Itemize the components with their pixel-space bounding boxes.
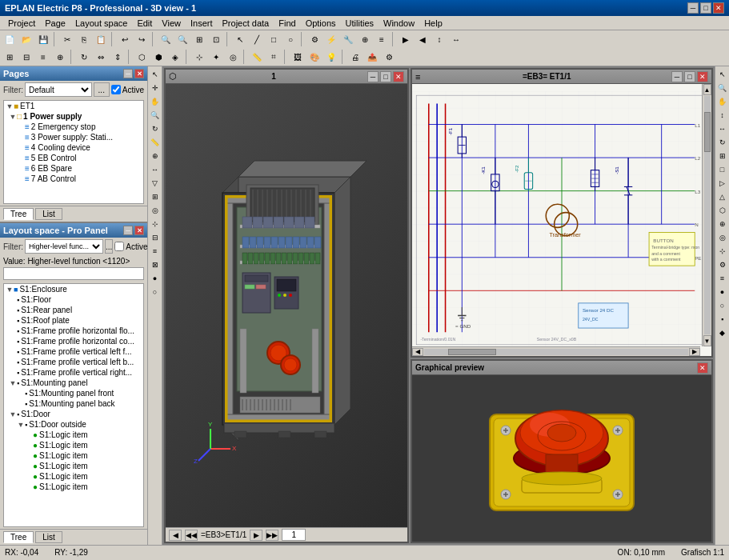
tb-zoom-out[interactable]: 🔍 (174, 32, 190, 46)
layout-item-logic3[interactable]: ● S1:Logic item (4, 450, 143, 461)
lst-measure[interactable]: 📏 (149, 136, 162, 149)
lst-crosshair[interactable]: ✛ (149, 82, 162, 94)
rst-iso[interactable]: ⬡ (716, 204, 729, 217)
mp-toggle[interactable]: ▼ (9, 379, 17, 387)
schematic-canvas[interactable]: Transformer (412, 84, 711, 356)
tb2-material[interactable]: 🎨 (306, 50, 322, 64)
schematic-vscroll-thumb[interactable] (704, 112, 711, 152)
tb-part2[interactable]: ⚡ (323, 32, 339, 46)
tb2-flip-v[interactable]: ⇕ (110, 50, 126, 64)
tree-item-power-station[interactable]: ≡ 3 Power supply: Stati... (4, 132, 143, 142)
layout-item-door-outside[interactable]: ▼ ▪ S1:Door outside (4, 419, 143, 430)
layout-tab-list[interactable]: List (35, 531, 62, 543)
schematic-scroll-down[interactable]: ▼ (703, 335, 711, 346)
page-last-btn[interactable]: ▶▶ (266, 530, 278, 541)
lst-snap[interactable]: ⊹ (149, 218, 162, 230)
tb-save[interactable]: 💾 (35, 32, 51, 46)
rst-rotate-y[interactable]: ↔ (716, 122, 729, 135)
tb2-snap3[interactable]: ◎ (225, 50, 241, 64)
menu-page[interactable]: Page (40, 18, 70, 29)
rst-extra2[interactable]: ● (716, 286, 729, 298)
view-3d-maximize[interactable]: □ (380, 71, 391, 82)
layout-minimize-btn[interactable]: ─ (123, 226, 133, 235)
tree-item-ab-control[interactable]: ≡ 7 AB Control (4, 174, 143, 184)
menu-edit[interactable]: Edit (132, 18, 157, 29)
layout-item-logic5[interactable]: ● S1:Logic item (4, 471, 143, 482)
tb-copy[interactable]: ⎘ (76, 32, 92, 46)
rst-extra5[interactable]: ◆ (716, 326, 729, 339)
power-supply-toggle[interactable]: ▼ (9, 113, 17, 121)
tb2-3d-view2[interactable]: ⬢ (150, 50, 166, 64)
schematic-scroll-right[interactable]: ▶ (689, 348, 700, 356)
layout-tab-tree[interactable]: Tree (3, 531, 34, 543)
layout-active-checkbox[interactable] (114, 242, 124, 251)
layout-item-mp-back[interactable]: ▪ S1:Mounting panel back (4, 398, 143, 409)
lst-extra2[interactable]: ≡ (149, 245, 162, 258)
tb2-3d-view3[interactable]: ◈ (167, 50, 183, 64)
layout-item-logic1[interactable]: ● S1:Logic item (4, 430, 143, 440)
tree-item-eb-spare[interactable]: ≡ 6 EB Spare (4, 163, 143, 174)
menu-view[interactable]: View (157, 18, 186, 29)
lst-section[interactable]: ⊕ (149, 150, 162, 162)
tb-rect[interactable]: □ (266, 32, 282, 46)
schematic-hscroll[interactable]: ◀ ▶ (412, 346, 700, 356)
rst-hand[interactable]: ✋ (716, 95, 729, 108)
tb2-btn4[interactable]: ⊕ (52, 50, 68, 64)
schematic-vscroll-track[interactable] (704, 96, 711, 334)
et1-toggle[interactable]: ▼ (6, 102, 14, 110)
tb2-print[interactable]: 🖨 (347, 50, 363, 64)
tree-item-et1[interactable]: ▼ ■ ET1 (4, 101, 143, 111)
tb-line[interactable]: ╱ (249, 32, 265, 46)
pages-close-btn[interactable]: ✕ (134, 69, 144, 78)
tb-part4[interactable]: ⊕ (357, 32, 373, 46)
view-3d-canvas[interactable]: X Y Z (166, 84, 407, 542)
lst-extra4[interactable]: ● (149, 272, 162, 285)
layout-item-rear-panel[interactable]: ▪ S1:Rear panel (4, 305, 143, 315)
tb2-light[interactable]: 💡 (323, 50, 339, 64)
tree-item-eb-control[interactable]: ≡ 5 EB Control (4, 153, 143, 163)
layout-item-logic6[interactable]: ● S1:Logic item (4, 482, 143, 492)
tb2-settings[interactable]: ⚙ (381, 50, 397, 64)
preview-canvas[interactable] (412, 375, 711, 542)
tree-item-emergency[interactable]: ≡ 2 Emergency stop (4, 122, 143, 132)
layout-item-roof[interactable]: ▪ S1:Roof plate (4, 315, 143, 326)
menu-help[interactable]: Help (419, 18, 447, 29)
maximize-button[interactable]: □ (700, 2, 711, 14)
rst-front[interactable]: □ (716, 163, 729, 176)
door-toggle[interactable]: ▼ (9, 410, 17, 418)
menu-project[interactable]: Project (3, 18, 40, 29)
layout-filter-button[interactable]: ... (105, 239, 113, 254)
tb-undo[interactable]: ↩ (117, 32, 133, 46)
lst-rotate[interactable]: ↻ (149, 122, 162, 135)
layout-item-logic2[interactable]: ● S1:Logic item (4, 440, 143, 450)
pages-filter-select[interactable]: Default (25, 82, 92, 97)
tb-zoom-in[interactable]: 🔍 (158, 32, 174, 46)
lst-tree[interactable]: ⊞ (149, 190, 162, 203)
tb2-export[interactable]: 📤 (364, 50, 380, 64)
tb-extra4[interactable]: ↔ (448, 32, 464, 46)
layout-item-enclosure[interactable]: ▼ ■ S1:Enclosure (4, 284, 143, 294)
tb-circle[interactable]: ○ (282, 32, 298, 46)
lst-arrow[interactable]: ↖ (149, 68, 162, 81)
lst-dims[interactable]: ↔ (149, 163, 162, 176)
schematic-scroll-up[interactable]: ▲ (703, 84, 711, 95)
rst-fit[interactable]: ⊞ (716, 150, 729, 162)
pages-filter-button[interactable]: ... (94, 82, 110, 97)
page-first-btn[interactable]: ◀◀ (185, 530, 198, 541)
tb-part1[interactable]: ⚙ (306, 32, 322, 46)
tb-paste[interactable]: 📋 (93, 32, 109, 46)
tb-zoom-window[interactable]: ⊡ (208, 32, 224, 46)
schematic-scroll-left[interactable]: ◀ (412, 348, 423, 356)
layout-item-logic4[interactable]: ● S1:Logic item (4, 461, 143, 471)
tb-open[interactable]: 📂 (18, 32, 34, 46)
menu-project-data[interactable]: Project data (218, 18, 274, 29)
tb2-snap1[interactable]: ⊹ (191, 50, 207, 64)
layout-item-door[interactable]: ▼ ▪ S1:Door (4, 409, 143, 419)
enc-toggle[interactable]: ▼ (6, 286, 14, 294)
pages-tab-list[interactable]: List (35, 208, 62, 220)
layout-filter-select[interactable]: Higher-level func... (25, 239, 103, 254)
close-button[interactable]: ✕ (713, 2, 724, 14)
preview-close[interactable]: ✕ (697, 362, 708, 374)
tb2-btn2[interactable]: ⊟ (18, 50, 34, 64)
rst-extra4[interactable]: ▪ (716, 313, 729, 326)
